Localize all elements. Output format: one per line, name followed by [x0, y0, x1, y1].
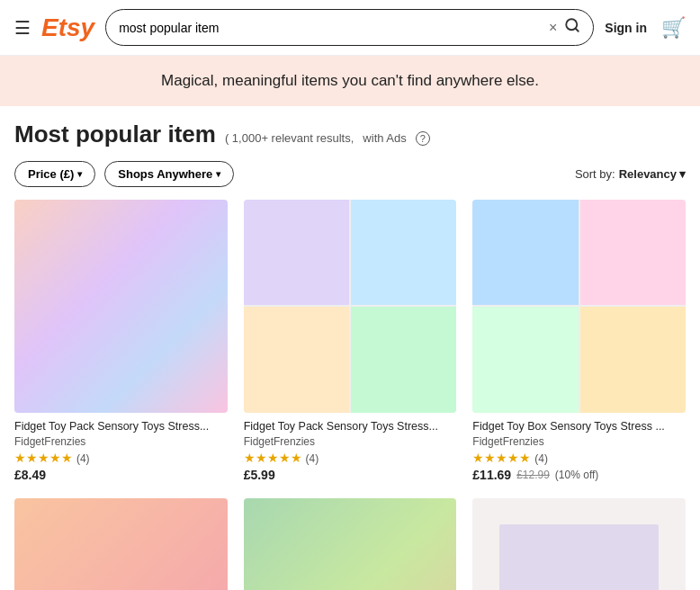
- hamburger-menu[interactable]: ☰: [14, 17, 31, 39]
- clear-search-button[interactable]: ×: [549, 20, 557, 36]
- product-image: [14, 498, 228, 590]
- sort-label: Sort by:: [575, 167, 615, 181]
- sign-in-link[interactable]: Sign in: [605, 21, 647, 35]
- ads-help-icon[interactable]: ?: [416, 131, 430, 146]
- cart-icon[interactable]: 🛒: [661, 16, 686, 40]
- product-title: Fidget Toy Pack Sensory Toys Stress...: [14, 420, 228, 433]
- product-price-row: £11.69 £12.99 (10% off): [472, 468, 686, 482]
- product-card[interactable]: Fidget Toy Pack Sensory Toys Stress... F…: [14, 200, 228, 482]
- product-card[interactable]: Fidget Toy Box Sensory Toys Stress ... F…: [472, 200, 686, 482]
- product-image: [472, 200, 686, 413]
- search-bar: ×: [105, 9, 594, 46]
- search-input[interactable]: [119, 21, 542, 35]
- product-stars: ★★★★★ (4): [14, 451, 228, 465]
- page-title-row: Most popular item ( 1,000+ relevant resu…: [14, 121, 686, 148]
- product-shop: FidgetFrenzies: [14, 435, 228, 448]
- product-image: [244, 498, 457, 590]
- product-price-row: £8.49: [14, 468, 228, 482]
- search-button[interactable]: [564, 17, 580, 38]
- product-price: £5.99: [244, 468, 275, 482]
- header: ☰ Etsy × Sign in 🛒: [0, 0, 700, 56]
- product-shop: FidgetFrenzies: [244, 435, 457, 448]
- header-actions: Sign in 🛒: [605, 16, 686, 40]
- product-image: Better Together Jack Johnson: [472, 498, 686, 590]
- sort-chevron-icon: ▾: [679, 167, 686, 181]
- product-title: Fidget Toy Pack Sensory Toys Stress...: [244, 420, 457, 433]
- price-chevron-icon: ▾: [77, 169, 82, 179]
- price-filter-label: Price (£): [28, 167, 74, 181]
- product-price: £8.49: [14, 468, 46, 482]
- shops-filter-button[interactable]: Shops Anywhere ▾: [104, 161, 234, 187]
- original-price: £12.99: [516, 469, 550, 481]
- product-image: [244, 200, 457, 413]
- product-grid: Fidget Toy Pack Sensory Toys Stress... F…: [14, 200, 686, 590]
- sort-row: Sort by: Relevancy ▾: [575, 167, 686, 181]
- page-title: Most popular item: [14, 121, 216, 148]
- price-filter-button[interactable]: Price (£) ▾: [14, 161, 95, 187]
- product-price: £11.69: [472, 468, 511, 482]
- product-stars: ★★★★★ (4): [472, 451, 686, 465]
- shops-filter-label: Shops Anywhere: [118, 167, 212, 181]
- product-shop: FidgetFrenzies: [472, 435, 686, 448]
- result-count: ( 1,000+ relevant results,: [225, 131, 354, 145]
- ads-label: with Ads: [363, 131, 406, 145]
- main-content: Most popular item ( 1,000+ relevant resu…: [0, 106, 700, 590]
- shops-chevron-icon: ▾: [216, 169, 220, 179]
- product-card[interactable]: Better Together Jack Johnson Better Toge…: [472, 498, 686, 590]
- product-stars: ★★★★★ (4): [244, 451, 457, 465]
- discount-label: (10% off): [555, 469, 598, 481]
- etsy-logo[interactable]: Etsy: [41, 13, 94, 42]
- product-card[interactable]: Botanical Art Print Floral...: [244, 498, 457, 590]
- promo-banner: Magical, meaningful items you can't find…: [0, 56, 700, 106]
- filter-row: Price (£) ▾ Shops Anywhere ▾ Sort by: Re…: [14, 161, 686, 187]
- product-title: Fidget Toy Box Sensory Toys Stress ...: [472, 420, 686, 433]
- product-image: [14, 200, 228, 413]
- product-card[interactable]: Fidget Toy Pack Sensory Toys Stress... F…: [244, 200, 457, 482]
- sort-value-button[interactable]: Relevancy ▾: [619, 167, 686, 181]
- svg-line-1: [576, 28, 579, 31]
- product-price-row: £5.99: [244, 468, 457, 482]
- banner-text: Magical, meaningful items you can't find…: [18, 72, 682, 90]
- product-card[interactable]: Organza Gift Bags Sheer Drawstring...: [14, 498, 228, 590]
